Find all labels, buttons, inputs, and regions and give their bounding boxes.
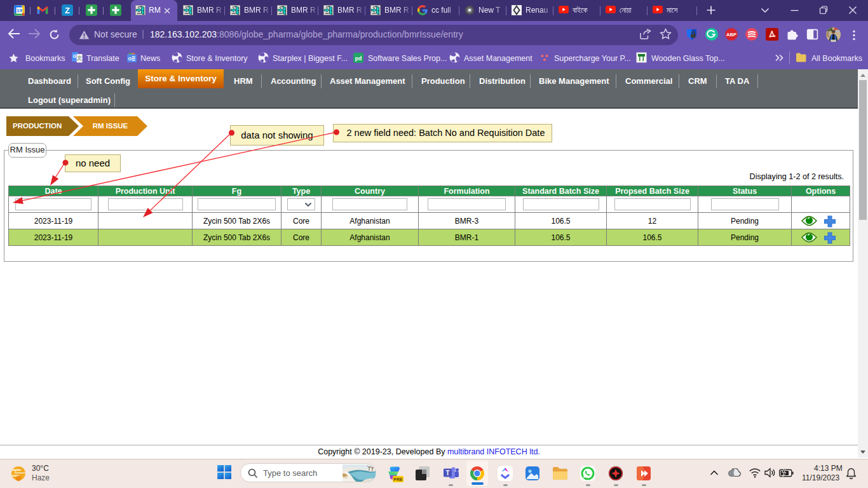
svg-text:PRE: PRE (393, 477, 403, 482)
svg-text:G: G (128, 56, 132, 62)
svg-text:pd: pd (355, 55, 362, 62)
svg-text:19: 19 (17, 8, 22, 13)
svg-text:Z: Z (65, 6, 70, 15)
svg-text:T: T (445, 470, 449, 477)
svg-text:文: 文 (77, 55, 82, 61)
svg-text:ABP: ABP (726, 32, 736, 37)
svg-text:G: G (73, 53, 77, 59)
